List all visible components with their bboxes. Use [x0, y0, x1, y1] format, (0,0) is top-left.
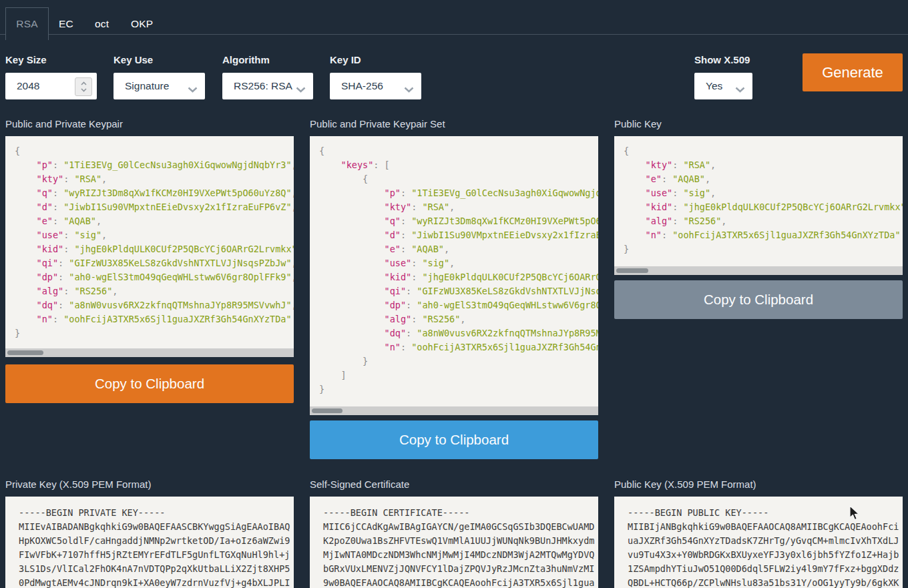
- certificate-title: Self-Signed Certificate: [310, 479, 409, 490]
- certificate-panel: -----BEGIN CERTIFICATE----- MIIC6jCCAdKg…: [310, 497, 598, 588]
- tab-bar-divider: [0, 34, 908, 35]
- tab-rsa[interactable]: RSA: [5, 7, 49, 40]
- scrollbar-thumb[interactable]: [312, 408, 343, 413]
- private-pem-text: -----BEGIN PRIVATE KEY----- MIIEvAIBADAN…: [5, 497, 294, 588]
- horizontal-scrollbar[interactable]: [310, 406, 598, 415]
- jwk-generator-page: { "tabs": { "items": [ {"label": "RSA", …: [0, 0, 908, 588]
- scrollbar-thumb[interactable]: [616, 268, 648, 273]
- certificate-text: -----BEGIN CERTIFICATE----- MIIC6jCCAdKg…: [310, 497, 598, 588]
- show-x509-value: Yes: [706, 80, 722, 92]
- key-size-input[interactable]: 2048: [5, 73, 97, 99]
- private-pem-panel: -----BEGIN PRIVATE KEY----- MIIEvAIBADAN…: [5, 497, 294, 588]
- tab-ec[interactable]: EC: [59, 18, 73, 30]
- chevron-down-icon: [296, 83, 306, 95]
- key-size-value: 2048: [17, 80, 39, 92]
- chevron-down-icon: [188, 83, 198, 95]
- chevron-down-icon: [404, 83, 414, 95]
- chevron-down-icon: [735, 83, 745, 95]
- copy-public-key-button[interactable]: Copy to Clipboard: [614, 280, 903, 319]
- keypair-set-json-panel: { "keys": [ { "p": "1TiE3EVg_G0lCecNsu3a…: [310, 136, 598, 415]
- tab-bar: RSA EC oct OKP: [0, 0, 908, 40]
- key-id-value: SHA-256: [341, 80, 383, 92]
- key-size-label: Key Size: [5, 54, 47, 65]
- algorithm-label: Algorithm: [222, 54, 270, 65]
- scrollbar-thumb[interactable]: [7, 350, 43, 355]
- public-key-json-panel: { "kty": "RSA", "e": "AQAB", "use": "sig…: [614, 136, 903, 275]
- show-x509-select[interactable]: Yes: [694, 73, 752, 99]
- horizontal-scrollbar[interactable]: [5, 348, 294, 357]
- key-use-value: Signature: [125, 80, 169, 92]
- algorithm-value: RS256: RSA: [234, 80, 292, 92]
- tab-okp[interactable]: OKP: [131, 18, 153, 30]
- keypair-json-code: { "p": "1TiE3EVg_G0lCecNsu3agh0XiGqwowNg…: [5, 136, 294, 340]
- key-id-select[interactable]: SHA-256: [330, 73, 421, 99]
- key-use-label: Key Use: [114, 54, 153, 65]
- horizontal-scrollbar[interactable]: [614, 266, 903, 275]
- algorithm-select[interactable]: RS256: RSA: [222, 73, 313, 99]
- key-use-select[interactable]: Signature: [114, 73, 205, 99]
- generate-button[interactable]: Generate: [803, 53, 903, 91]
- public-pem-title: Public Key (X.509 PEM Format): [614, 479, 756, 490]
- copy-keypair-button[interactable]: Copy to Clipboard: [5, 364, 294, 403]
- keypair-set-json-code: { "keys": [ { "p": "1TiE3EVg_G0lCecNsu3a…: [310, 136, 598, 396]
- number-spinner-icon[interactable]: [75, 77, 92, 96]
- public-key-title: Public Key: [614, 118, 662, 129]
- mouse-cursor: [849, 505, 861, 524]
- keypair-title: Public and Private Keypair: [5, 118, 123, 129]
- copy-keypair-set-button[interactable]: Copy to Clipboard: [310, 420, 598, 459]
- key-id-label: Key ID: [330, 54, 361, 65]
- keypair-json-panel: { "p": "1TiE3EVg_G0lCecNsu3agh0XiGqwowNg…: [5, 136, 294, 357]
- public-key-json-code: { "kty": "RSA", "e": "AQAB", "use": "sig…: [614, 136, 903, 256]
- keypair-set-title: Public and Private Keypair Set: [310, 118, 445, 129]
- private-pem-title: Private Key (X.509 PEM Format): [5, 479, 151, 490]
- show-x509-label: Show X.509: [694, 54, 750, 65]
- tab-oct[interactable]: oct: [95, 18, 109, 30]
